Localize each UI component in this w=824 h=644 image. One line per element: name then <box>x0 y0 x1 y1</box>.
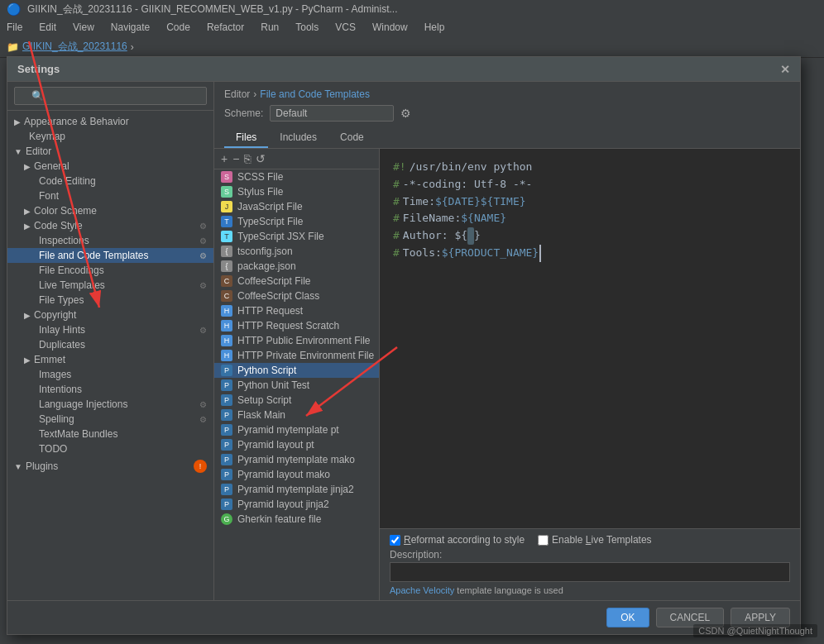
sidebar-item-intentions[interactable]: Intentions <box>7 382 213 397</box>
menu-tools[interactable]: Tools <box>292 20 322 35</box>
menu-code[interactable]: Code <box>163 20 194 35</box>
sidebar-item-duplicates[interactable]: Duplicates <box>7 337 213 352</box>
sidebar-item-label: Appearance & Behavior <box>24 116 129 127</box>
sidebar-item-color-scheme[interactable]: ▶ Color Scheme <box>7 203 213 218</box>
sidebar-item-label: Color Scheme <box>34 205 97 217</box>
menu-window[interactable]: Window <box>369 20 411 35</box>
file-item-pyramid-layout-jinja2[interactable]: P Pyramid layout jinja2 <box>214 497 379 512</box>
file-item-python-script[interactable]: P Python Script <box>214 363 379 378</box>
file-item-tsx[interactable]: T TypeScript JSX File <box>214 229 379 244</box>
menu-help[interactable]: Help <box>421 20 448 35</box>
file-item-setup-script[interactable]: P Setup Script <box>214 393 379 408</box>
editor-line-6: # Tools: ${PRODUCT_NAME} <box>393 245 787 262</box>
coffee-class-icon: C <box>221 290 232 302</box>
file-item-js[interactable]: J JavaScript File <box>214 199 379 214</box>
file-item-http-scratch[interactable]: H HTTP Request Scratch <box>214 318 379 333</box>
file-item-label: CoffeeScript Class <box>237 290 319 302</box>
description-input[interactable] <box>390 562 790 582</box>
sidebar-item-general[interactable]: ▶ General <box>7 159 213 174</box>
sidebar-item-file-types[interactable]: File Types <box>7 293 213 308</box>
file-item-pyramid-layout-pt[interactable]: P Pyramid layout pt <box>214 437 379 452</box>
sidebar-item-code-style[interactable]: ▶ Code Style ⚙ <box>7 218 213 233</box>
editor-panel: #!/usr/bin/env python # -*-coding: Utf-8… <box>380 149 800 600</box>
breadcrumb-project[interactable]: GIIKIN_会战_20231116 <box>22 40 127 54</box>
menu-file[interactable]: File <box>3 20 26 35</box>
settings-dialog: Settings ✕ ▶ Appearance & Behavior Keyma… <box>7 56 801 635</box>
sidebar-item-todo[interactable]: TODO <box>7 441 213 456</box>
reset-template-button[interactable]: ↺ <box>256 152 266 165</box>
sidebar-item-label: Images <box>39 369 71 380</box>
file-item-tsconfig[interactable]: { tsconfig.json <box>214 244 379 259</box>
tab-includes[interactable]: Includes <box>268 128 328 148</box>
file-item-http-public[interactable]: H HTTP Public Environment File <box>214 333 379 348</box>
file-item-ts[interactable]: T TypeScript File <box>214 214 379 229</box>
sidebar-item-keymap[interactable]: Keymap <box>7 129 213 144</box>
editor-line-5: # Author: ${ } <box>393 227 787 245</box>
sidebar-item-label: File Types <box>39 294 84 306</box>
file-item-label: Pyramid mytemplate pt <box>237 424 339 436</box>
menu-view[interactable]: View <box>69 20 98 35</box>
file-item-label: Python Script <box>237 365 296 376</box>
add-template-button[interactable]: + <box>221 152 228 165</box>
sidebar-item-file-code-templates[interactable]: File and Code Templates ⚙ <box>7 248 213 263</box>
remove-template-button[interactable]: − <box>232 152 239 165</box>
file-item-scss[interactable]: S SCSS File <box>214 169 379 184</box>
copy-template-button[interactable]: ⎘ <box>244 152 251 165</box>
file-item-package[interactable]: { package.json <box>214 259 379 274</box>
sidebar-item-editor[interactable]: ▼ Editor <box>7 144 213 159</box>
editor-area[interactable]: #!/usr/bin/env python # -*-coding: Utf-8… <box>380 149 800 528</box>
menu-edit[interactable]: Edit <box>36 20 60 35</box>
http-private-icon: H <box>221 350 232 361</box>
sidebar-item-plugins[interactable]: ▼ Plugins ! <box>7 458 213 475</box>
sidebar-search-input[interactable] <box>14 87 207 105</box>
tab-files[interactable]: Files <box>224 128 268 148</box>
sidebar-item-label: Code Editing <box>39 175 96 187</box>
author-redacted <box>467 227 474 245</box>
sidebar-item-file-encodings[interactable]: File Encodings <box>7 263 213 278</box>
sidebar-item-appearance[interactable]: ▶ Appearance & Behavior <box>7 114 213 129</box>
scheme-settings-button[interactable]: ⚙ <box>400 107 411 120</box>
file-item-http-private[interactable]: H HTTP Private Environment File <box>214 348 379 363</box>
sidebar-item-copyright[interactable]: ▶ Copyright <box>7 308 213 322</box>
sidebar-item-label: Inlay Hints <box>39 324 85 336</box>
velocity-link[interactable]: Apache Velocity <box>390 585 454 595</box>
live-templates-checkbox-label[interactable]: Enable Live Templates <box>538 534 652 546</box>
file-item-python-unit-test[interactable]: P Python Unit Test <box>214 378 379 393</box>
file-item-coffeescript[interactable]: C CoffeeScript File <box>214 274 379 289</box>
http-scratch-icon: H <box>221 320 232 332</box>
sidebar-item-language-injections[interactable]: Language Injections ⚙ <box>7 397 213 412</box>
sidebar-item-inspections[interactable]: Inspections ⚙ <box>7 233 213 248</box>
file-item-pyramid-mytemplate-jinja2[interactable]: P Pyramid mytemplate jinja2 <box>214 482 379 497</box>
sidebar-item-inlay-hints[interactable]: Inlay Hints ⚙ <box>7 322 213 337</box>
menu-run[interactable]: Run <box>257 20 282 35</box>
dialog-close-button[interactable]: ✕ <box>780 63 790 76</box>
menu-refactor[interactable]: Refactor <box>204 20 247 35</box>
sidebar-item-code-editing[interactable]: Code Editing <box>7 174 213 188</box>
menu-navigate[interactable]: Navigate <box>108 20 153 35</box>
file-item-flask-main[interactable]: P Flask Main <box>214 408 379 422</box>
sidebar-item-font[interactable]: Font <box>7 188 213 203</box>
file-item-pyramid-mytemplate-mako[interactable]: P Pyramid mytemplate mako <box>214 452 379 467</box>
pyramid-mako-icon: P <box>221 454 232 465</box>
sidebar-item-textmate-bundles[interactable]: TextMate Bundles <box>7 427 213 441</box>
file-item-http-request[interactable]: H HTTP Request <box>214 303 379 318</box>
file-item-stylus[interactable]: S Stylus File <box>214 184 379 199</box>
file-item-pyramid-mytemplate-pt[interactable]: P Pyramid mytemplate pt <box>214 422 379 437</box>
menu-vcs[interactable]: VCS <box>332 20 359 35</box>
sidebar-item-images[interactable]: Images <box>7 367 213 382</box>
sidebar-item-spelling[interactable]: Spelling ⚙ <box>7 412 213 427</box>
scheme-select[interactable]: Default <box>270 105 394 122</box>
reformat-checkbox-label[interactable]: Reformat according to style <box>390 534 525 546</box>
sidebar-item-live-templates[interactable]: Live Templates ⚙ <box>7 278 213 293</box>
tab-code[interactable]: Code <box>328 128 376 148</box>
file-item-coffeescript-class[interactable]: C CoffeeScript Class <box>214 289 379 303</box>
title-bar: 🔵 GIIKIN_会战_20231116 - GIIKIN_RECOMMEN_W… <box>0 0 824 18</box>
ok-button[interactable]: OK <box>606 608 649 627</box>
file-item-pyramid-layout-mako[interactable]: P Pyramid layout mako <box>214 467 379 482</box>
live-templates-checkbox[interactable] <box>538 535 549 546</box>
file-item-gherkin[interactable]: G Gherkin feature file <box>214 512 379 527</box>
sidebar-item-emmet[interactable]: ▶ Emmet <box>7 352 213 367</box>
reformat-checkbox[interactable] <box>390 535 400 546</box>
arrow-icon: ▶ <box>24 355 31 365</box>
file-item-label: Flask Main <box>237 409 285 421</box>
